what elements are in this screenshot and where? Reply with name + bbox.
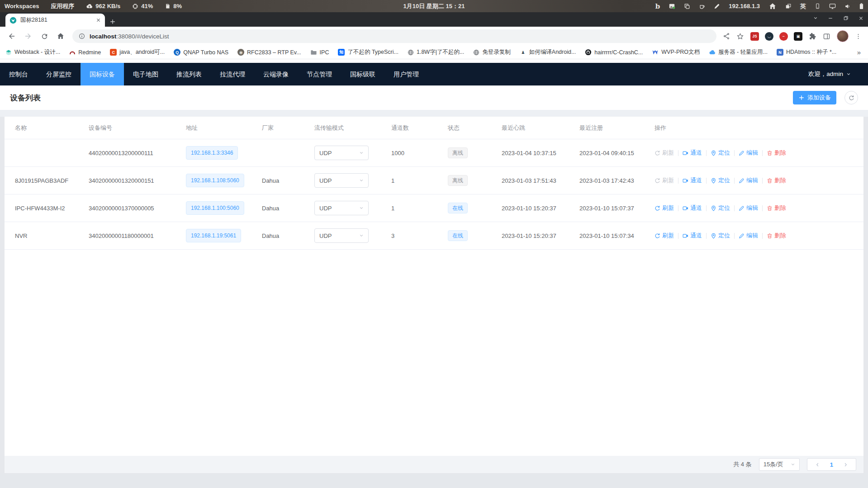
delete-action[interactable]: 删除 — [767, 232, 786, 240]
battery-icon[interactable] — [859, 3, 863, 9]
clipboard-icon[interactable] — [684, 3, 690, 9]
locate-action[interactable]: 定位 — [711, 232, 730, 240]
minimize-icon[interactable] — [828, 15, 833, 21]
nav-item[interactable]: 国标级联 — [341, 63, 384, 85]
nav-item[interactable]: 电子地图 — [124, 63, 167, 85]
close-window-icon[interactable] — [859, 16, 863, 21]
input-method-indicator[interactable]: 英 — [800, 2, 806, 10]
forward-button[interactable] — [21, 29, 35, 43]
device-address-tag[interactable]: 192.168.1.3:3346 — [186, 146, 238, 160]
back-button[interactable] — [5, 29, 19, 43]
bookmark-item[interactable]: Cjava、android可... — [110, 48, 165, 56]
refresh-list-button[interactable] — [844, 91, 858, 104]
current-page[interactable]: 1 — [825, 461, 838, 468]
channel-action[interactable]: 通道 — [683, 176, 702, 185]
network-speed-indicator[interactable]: 962 KB/s — [86, 3, 120, 9]
phone-link-icon[interactable] — [815, 3, 821, 9]
reload-button[interactable] — [37, 29, 52, 43]
edit-action[interactable]: 编辑 — [739, 176, 758, 185]
bookmark-item[interactable]: 免登录复制 — [473, 48, 511, 56]
nav-item[interactable]: 国标设备 — [81, 63, 124, 85]
bookmark-item[interactable]: WVP-PRO文档 — [652, 48, 700, 56]
color-picker-icon[interactable] — [714, 3, 720, 9]
home-icon[interactable] — [768, 2, 777, 10]
nav-item[interactable]: 拉流代理 — [211, 63, 254, 85]
bookmark-item[interactable]: Webstack - 设计... — [5, 48, 60, 56]
bookmark-item[interactable]: hairrrrr/C-CrashC... — [585, 49, 643, 56]
device-address-tag[interactable]: 192.168.1.108:5060 — [186, 174, 244, 187]
device-address-tag[interactable]: 192.168.1.19:5061 — [186, 229, 241, 242]
share-icon[interactable] — [723, 33, 730, 40]
locate-action[interactable]: 定位 — [711, 149, 730, 157]
channel-action[interactable]: 通道 — [683, 232, 702, 240]
bookmarks-overflow-icon[interactable]: » — [855, 48, 863, 56]
bookmark-item[interactable]: 1.8W字|了不起的... — [408, 48, 464, 56]
stream-mode-select[interactable]: UDP — [314, 173, 369, 188]
refresh-action[interactable]: 刷新 — [655, 232, 674, 240]
blocker-extension-icon[interactable]: − — [779, 32, 788, 41]
edit-action[interactable]: 编辑 — [739, 204, 758, 212]
bookmark-item[interactable]: Redmine — [69, 49, 101, 56]
extensions-puzzle-icon[interactable] — [809, 33, 816, 40]
display-icon[interactable] — [829, 3, 836, 9]
refresh-action[interactable]: 刷新 — [655, 149, 674, 157]
bookmark-item[interactable]: IPC — [310, 49, 329, 56]
cpu-usage-indicator[interactable]: 41% — [132, 3, 153, 9]
stream-mode-select[interactable]: UDP — [314, 228, 369, 243]
user-menu[interactable]: 欢迎，admin — [808, 70, 851, 78]
bookmark-item[interactable]: ♟如何编译Android... — [520, 48, 576, 56]
screenshot-extension-icon[interactable]: ▣ — [794, 32, 802, 41]
restore-icon[interactable] — [843, 15, 849, 21]
stream-mode-select[interactable]: UDP — [314, 146, 369, 160]
bookmark-item[interactable]: 服务器 - 轻量应用... — [709, 48, 768, 56]
memory-usage-indicator[interactable]: 8% — [165, 3, 182, 9]
browser-menu-icon[interactable] — [855, 33, 862, 40]
bookmark-item[interactable]: QQNAP Turbo NAS — [174, 49, 228, 56]
new-tab-button[interactable] — [109, 19, 116, 25]
dark-reader-extension-icon[interactable]: ◡ — [765, 32, 773, 41]
nav-item[interactable]: 节点管理 — [298, 63, 341, 85]
bookmark-item[interactable]: 知了不起的 TypeScri... — [338, 48, 398, 56]
site-info-icon[interactable] — [79, 33, 85, 39]
refresh-action[interactable]: 刷新 — [655, 176, 674, 185]
applications-menu[interactable]: 应用程序 — [51, 2, 74, 10]
delete-action[interactable]: 删除 — [767, 149, 786, 157]
side-panel-icon[interactable] — [823, 33, 830, 40]
delete-action[interactable]: 删除 — [767, 176, 786, 185]
ip-address[interactable]: 192.168.1.3 — [729, 3, 760, 9]
edit-action[interactable]: 编辑 — [739, 149, 758, 157]
address-bar[interactable]: localhost:38080/#/deviceList — [72, 29, 716, 43]
bookmark-star-icon[interactable] — [736, 33, 744, 40]
volume-icon[interactable] — [844, 3, 851, 9]
locate-action[interactable]: 定位 — [711, 176, 730, 185]
nav-item[interactable]: 云端录像 — [254, 63, 298, 85]
tab-close-icon[interactable] — [96, 18, 101, 23]
screenshot-tool-icon[interactable] — [669, 3, 675, 9]
nav-item[interactable]: 控制台 — [0, 63, 37, 85]
locate-action[interactable]: 定位 — [711, 204, 730, 212]
prev-page-button[interactable] — [810, 462, 825, 467]
add-device-button[interactable]: 添加设备 — [793, 91, 836, 104]
edit-action[interactable]: 编辑 — [739, 232, 758, 240]
page-size-select[interactable]: 15条/页 — [759, 458, 800, 471]
tab-search-icon[interactable] — [813, 16, 818, 20]
nav-item[interactable]: 分屏监控 — [37, 63, 81, 85]
nav-item[interactable]: 推流列表 — [167, 63, 211, 85]
delete-action[interactable]: 删除 — [767, 204, 786, 212]
device-address-tag[interactable]: 192.168.1.100:5060 — [186, 201, 244, 215]
bing-icon[interactable]: b — [655, 2, 660, 10]
coffee-icon[interactable] — [699, 3, 705, 9]
bookmark-item[interactable]: NHDAtmos :: 种子 *... — [777, 48, 836, 56]
workspaces-button[interactable]: Workspaces — [5, 3, 39, 9]
bookmark-item[interactable]: ◉RFC2833 – RTP Ev... — [237, 49, 301, 56]
browser-tab[interactable]: 国标28181 — [5, 14, 105, 27]
js-extension-icon[interactable]: JS — [750, 32, 759, 41]
profile-avatar[interactable] — [837, 30, 849, 42]
nav-item[interactable]: 用户管理 — [384, 63, 428, 85]
refresh-action[interactable]: 刷新 — [655, 204, 674, 212]
channel-action[interactable]: 通道 — [683, 149, 702, 157]
home-button[interactable] — [53, 29, 68, 43]
next-page-button[interactable] — [838, 462, 853, 467]
stream-mode-select[interactable]: UDP — [314, 201, 369, 215]
workspace-switcher-icon[interactable] — [785, 3, 792, 9]
